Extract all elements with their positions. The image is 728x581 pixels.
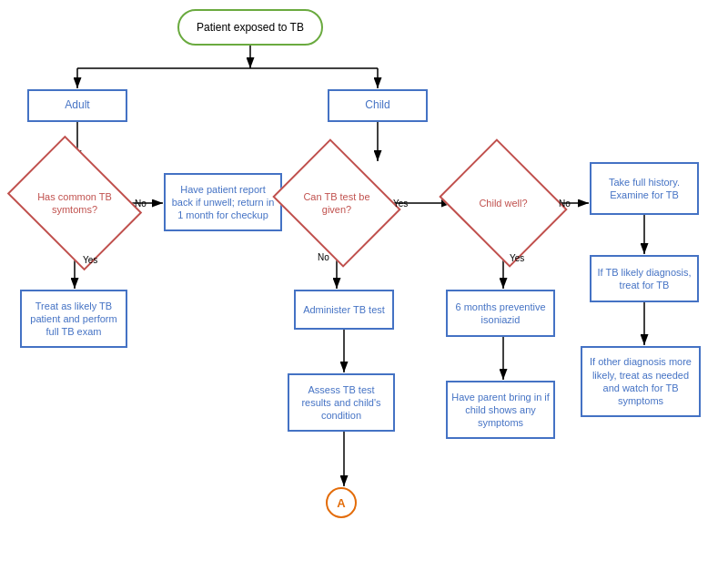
assess-node: Assess TB test results and child's condi…: [288, 373, 395, 432]
isoniazid-node: 6 months preventive isoniazid: [446, 290, 555, 337]
parent-node: Have parent bring in if child shows any …: [446, 381, 555, 439]
fullhist-node: Take full history. Examine for TB: [590, 162, 699, 215]
child-label: Child: [365, 98, 389, 113]
yes3-label: Yes: [510, 253, 524, 263]
connector-a-label: A: [337, 496, 345, 510]
yes2-label: Yes: [393, 199, 408, 209]
treat1-node: Treat as likely TB patient and perform f…: [20, 290, 127, 348]
adult-node: Adult: [27, 89, 127, 122]
diamond1-text: Has common TB symtoms?: [20, 162, 129, 244]
no1-label: No: [135, 199, 147, 209]
no3-label: No: [559, 199, 571, 209]
start-label: Patient exposed to TB: [197, 21, 304, 34]
administer-label: Administer TB test: [303, 303, 385, 316]
diamond3-node: Child well?: [453, 162, 553, 244]
child-node: Child: [328, 89, 428, 122]
assess-label: Assess TB test results and child's condi…: [293, 383, 389, 423]
treat1-label: Treat as likely TB patient and perform f…: [25, 300, 122, 339]
start-node: Patient exposed to TB: [177, 9, 323, 46]
diamond1-node: Has common TB symtoms?: [20, 162, 129, 244]
diamond2-text: Can TB test be given?: [287, 162, 387, 244]
diamond3-text: Child well?: [453, 162, 553, 244]
isoniazid-label: 6 months preventive isoniazid: [451, 301, 550, 327]
adult-label: Adult: [65, 98, 89, 113]
diamond2-node: Can TB test be given?: [287, 162, 387, 244]
other-diag-node: If other diagnosis more likely, treat as…: [581, 346, 701, 417]
report-node: Have patient report back if unwell; retu…: [164, 173, 282, 231]
flowchart: Patient exposed to TB Adult Child Has co…: [0, 0, 728, 581]
tb-likely-node: If TB likely diagnosis, treat for TB: [590, 255, 699, 302]
connector-a: A: [326, 487, 357, 518]
fullhist-label: Take full history. Examine for TB: [595, 176, 693, 202]
other-diag-label: If other diagnosis more likely, treat as…: [586, 355, 695, 407]
parent-label: Have parent bring in if child shows any …: [451, 391, 550, 430]
yes1-label: Yes: [83, 255, 97, 265]
tb-likely-label: If TB likely diagnosis, treat for TB: [595, 266, 693, 292]
no2-label: No: [318, 252, 329, 262]
administer-node: Administer TB test: [294, 290, 394, 330]
report-label: Have patient report back if unwell; retu…: [169, 183, 277, 222]
